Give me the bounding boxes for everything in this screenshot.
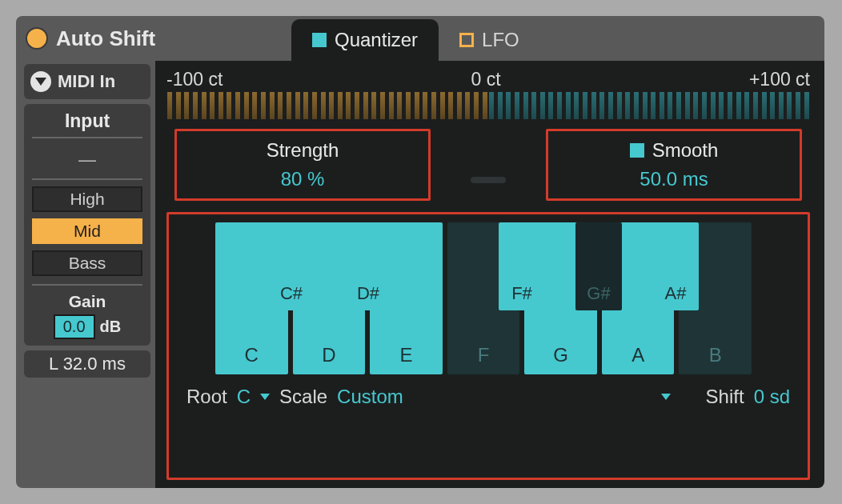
shift-value[interactable]: 0 sd — [754, 386, 790, 408]
gain-label: Gain — [69, 292, 106, 311]
input-block: Input — High Mid Bass Gain 0.0 dB — [24, 104, 150, 346]
center-slider-handle[interactable] — [471, 177, 506, 183]
scale-label: Scale — [279, 386, 327, 408]
scale-controls: Root C Scale Custom Shift 0 sd — [186, 382, 790, 408]
strength-param[interactable]: Strength 80 % — [174, 129, 431, 201]
root-label: Root — [186, 386, 227, 408]
midi-in-row: MIDI In — [24, 64, 150, 99]
key-fsh[interactable]: F# — [499, 222, 545, 310]
smooth-param[interactable]: Smooth 50.0 ms — [546, 129, 802, 201]
key-gsh[interactable]: G# — [575, 222, 622, 310]
tab-group: Quantizer LFO — [291, 16, 540, 61]
key-ash[interactable]: A# — [652, 222, 699, 310]
param-row: Strength 80 % Smooth 50.0 ms — [166, 126, 810, 206]
gain-value[interactable]: 0.0 — [54, 314, 95, 339]
scale-zero: 0 ct — [471, 69, 501, 90]
midi-in-toggle[interactable] — [30, 71, 51, 92]
pitch-scale: -100 ct 0 ct +100 ct — [166, 69, 810, 119]
key-dsh[interactable]: D# — [345, 222, 391, 310]
smooth-value[interactable]: 50.0 ms — [640, 168, 708, 190]
tab-lfo-label: LFO — [482, 29, 519, 51]
gain-unit: dB — [100, 318, 122, 336]
scale-plus100: +100 ct — [749, 69, 810, 90]
device-on-toggle[interactable] — [26, 27, 48, 50]
root-value[interactable]: C — [237, 386, 251, 408]
autoshift-device: Auto Shift Quantizer LFO MIDI In Input — [16, 16, 824, 488]
tab-quantizer-icon — [312, 33, 327, 47]
keyboard: C D E F G A B C# D# F# G# A# — [215, 222, 752, 374]
input-source[interactable]: — — [32, 145, 142, 180]
range-mid[interactable]: Mid — [32, 218, 142, 244]
triangle-down-icon — [35, 78, 46, 86]
latency-display: L 32.0 ms — [24, 350, 150, 378]
tab-quantizer-label: Quantizer — [335, 29, 418, 51]
sidebar: MIDI In Input — High Mid Bass Gain 0.0 d… — [16, 61, 155, 488]
titlebar: Auto Shift Quantizer LFO — [16, 16, 824, 61]
strength-value[interactable]: 80 % — [281, 168, 325, 190]
midi-in-label: MIDI In — [58, 71, 115, 92]
root-dropdown-icon[interactable] — [260, 394, 270, 400]
quantizer-panel: -100 ct 0 ct +100 ct Strength 80 % — [155, 61, 824, 488]
shift-label: Shift — [706, 386, 744, 408]
pitch-meter — [166, 92, 810, 119]
keyboard-area: C D E F G A B C# D# F# G# A# — [166, 212, 810, 480]
input-header: Input — [32, 110, 142, 138]
tab-lfo-icon — [459, 33, 474, 47]
strength-label: Strength — [267, 139, 339, 162]
range-high[interactable]: High — [32, 186, 142, 212]
tab-lfo[interactable]: LFO — [439, 19, 540, 61]
device-title: Auto Shift — [56, 26, 155, 51]
smooth-toggle-icon[interactable] — [630, 143, 644, 158]
range-bass[interactable]: Bass — [32, 250, 142, 276]
scale-minus100: -100 ct — [166, 69, 223, 90]
smooth-label: Smooth — [652, 139, 719, 162]
scale-dropdown-icon[interactable] — [661, 394, 671, 400]
key-csh[interactable]: C# — [268, 222, 315, 310]
scale-value[interactable]: Custom — [337, 386, 403, 408]
tab-quantizer[interactable]: Quantizer — [291, 19, 439, 61]
